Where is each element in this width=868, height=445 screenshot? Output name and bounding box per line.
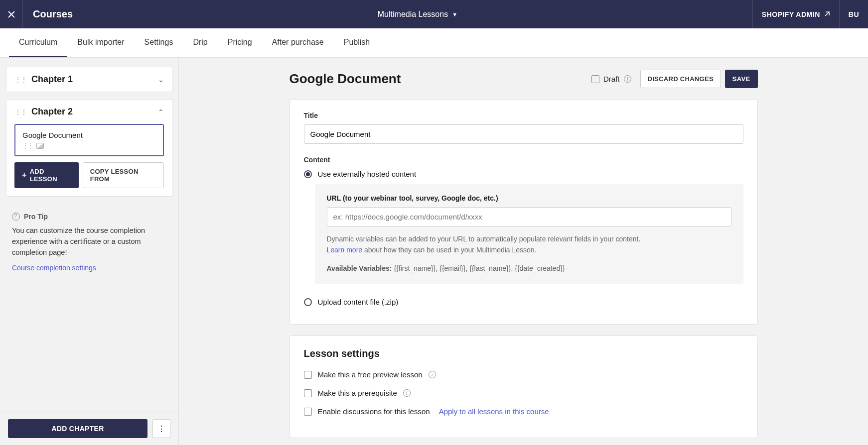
sidebar: ⋮⋮ Chapter 1 ⌄ ⋮⋮ Chapter 2 ⌃ Google Doc… — [0, 58, 179, 445]
shopify-admin-link[interactable]: SHOPIFY ADMIN — [752, 0, 839, 28]
lesson-settings-card: Lesson settings Make this a free preview… — [289, 335, 758, 438]
url-input[interactable] — [327, 207, 731, 226]
radio-icon — [304, 298, 312, 306]
prerequisite-toggle[interactable]: Make this a prerequisite i — [304, 389, 743, 397]
top-bar: Courses Multimedia Lessons ▼ SHOPIFY ADM… — [0, 0, 868, 28]
page-header: Google Document Draft i DISCARD CHANGES … — [289, 70, 758, 88]
tab-pricing[interactable]: Pricing — [218, 28, 262, 57]
discard-changes-button[interactable]: DISCARD CHANGES — [640, 70, 721, 88]
chapter-card: ⋮⋮ Chapter 2 ⌃ Google Document ⋮⋮ + — [6, 99, 172, 197]
url-hint: Dynamic variables can be added to your U… — [327, 233, 731, 256]
chapter-card: ⋮⋮ Chapter 1 ⌄ — [6, 67, 172, 92]
external-url-block: URL (to your webinar tool, survey, Googl… — [315, 184, 743, 284]
info-icon[interactable]: i — [429, 371, 436, 378]
close-icon — [7, 10, 15, 18]
shopify-admin-label: SHOPIFY ADMIN — [762, 10, 820, 18]
external-link-icon — [824, 11, 830, 17]
app-title: Courses — [23, 8, 83, 20]
content-card: Title Content Use externally hosted cont… — [289, 99, 758, 325]
chevron-down-icon: ▼ — [452, 11, 457, 17]
title-input[interactable] — [304, 124, 743, 144]
plus-icon: + — [22, 171, 27, 179]
save-button[interactable]: SAVE — [725, 70, 758, 88]
breadcrumb-dropdown[interactable]: Multimedia Lessons ▼ — [83, 10, 752, 19]
lesson-title: Google Document — [22, 131, 156, 139]
radio-upload-file[interactable]: Upload content file (.zip) — [304, 298, 743, 306]
learn-more-link[interactable]: Learn more — [327, 246, 363, 254]
draft-toggle[interactable]: Draft i — [591, 75, 631, 83]
chevron-down-icon: ⌄ — [158, 76, 164, 84]
sidebar-footer: ADD CHAPTER ⋮ — [0, 412, 178, 445]
chapter-header[interactable]: ⋮⋮ Chapter 1 ⌄ — [6, 67, 172, 92]
tip-title: Pro Tip — [24, 213, 48, 221]
tab-publish[interactable]: Publish — [334, 28, 380, 57]
tab-bulk-importer[interactable]: Bulk importer — [67, 28, 134, 57]
copy-lesson-button[interactable]: COPY LESSON FROM — [83, 162, 164, 188]
breadcrumb-label: Multimedia Lessons — [378, 10, 448, 19]
radio-selected-icon — [304, 170, 312, 178]
add-chapter-button[interactable]: ADD CHAPTER — [8, 419, 147, 438]
available-variables: Available Variables: {{first_name}}, {{e… — [327, 263, 731, 274]
close-button[interactable] — [0, 0, 23, 28]
drag-handle-icon[interactable]: ⋮⋮ — [14, 108, 26, 116]
tab-curriculum[interactable]: Curriculum — [9, 28, 67, 57]
free-preview-toggle[interactable]: Make this a free preview lesson i — [304, 370, 743, 379]
kebab-icon: ⋮ — [157, 424, 165, 434]
info-icon[interactable]: i — [624, 75, 631, 83]
more-menu-button[interactable]: ⋮ — [152, 419, 170, 438]
url-label: URL (to your webinar tool, survey, Googl… — [327, 194, 731, 202]
discussions-toggle[interactable]: Enable discussions for this lesson Apply… — [304, 407, 743, 416]
lesson-settings-title: Lesson settings — [304, 348, 743, 359]
tab-drip[interactable]: Drip — [183, 28, 217, 57]
checkbox-icon — [304, 371, 312, 379]
drag-handle-icon[interactable]: ⋮⋮ — [22, 142, 32, 149]
chapter-title: Chapter 1 — [31, 74, 153, 85]
page-title: Google Document — [289, 71, 592, 87]
pro-tip: Pro Tip You can customize the course com… — [6, 204, 172, 272]
add-lesson-button[interactable]: + ADD LESSON — [14, 162, 79, 188]
checkbox-icon — [304, 389, 312, 397]
course-completion-settings-link[interactable]: Course completion settings — [12, 264, 166, 272]
topbar-right-partial[interactable]: BU — [839, 0, 868, 28]
lesson-item[interactable]: Google Document ⋮⋮ — [14, 124, 164, 156]
tab-settings[interactable]: Settings — [135, 28, 183, 57]
checkbox-icon — [591, 75, 599, 83]
chapter-header[interactable]: ⋮⋮ Chapter 2 ⌃ — [6, 100, 172, 124]
tip-icon — [12, 213, 20, 221]
topbar-right: SHOPIFY ADMIN BU — [752, 0, 868, 28]
content-label: Content — [304, 156, 743, 164]
tab-after-purchase[interactable]: After purchase — [262, 28, 334, 57]
radio-externally-hosted[interactable]: Use externally hosted content — [304, 170, 743, 178]
chapter-title: Chapter 2 — [31, 107, 153, 117]
multimedia-icon — [36, 143, 44, 149]
title-label: Title — [304, 111, 743, 119]
apply-all-link[interactable]: Apply to all lessons in this course — [439, 407, 549, 416]
drag-handle-icon[interactable]: ⋮⋮ — [14, 76, 26, 84]
tip-body: You can customize the course completion … — [12, 225, 166, 258]
main-content: Google Document Draft i DISCARD CHANGES … — [179, 58, 868, 445]
tabs: Curriculum Bulk importer Settings Drip P… — [0, 28, 868, 58]
chevron-up-icon: ⌃ — [158, 108, 164, 116]
checkbox-icon — [304, 408, 312, 416]
info-icon[interactable]: i — [403, 389, 411, 397]
